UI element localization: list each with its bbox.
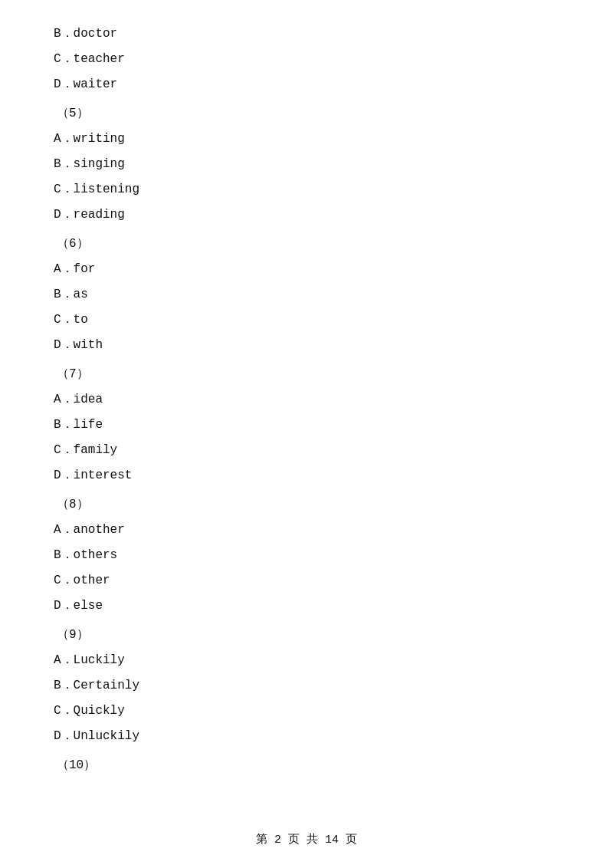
list-item: A．Luckily [54,649,559,672]
main-content: B．doctor C．teacher D．waiter （5） A．writin… [0,0,613,826]
list-item: B．others [54,544,559,567]
list-item: B．doctor [54,23,559,45]
group-10: （10） [54,755,559,777]
list-item: B．Certainly [54,675,559,697]
group-label-7: （7） [54,363,559,386]
group-label-5: （5） [54,103,559,125]
list-item: C．other [54,570,559,592]
list-item: C．to [54,309,559,331]
list-item: B．singing [54,153,559,176]
list-item: A．for [54,258,559,281]
list-item: D．else [54,595,559,617]
group-8: （8） A．another B．others C．other D．else [54,494,559,616]
list-item: C．teacher [54,48,559,71]
list-item: D．interest [54,465,559,487]
list-item: D．waiter [54,74,559,96]
group-label-6: （6） [54,233,559,255]
list-item: D．reading [54,204,559,226]
list-item: C．Quickly [54,700,559,722]
group-9: （9） A．Luckily B．Certainly C．Quickly D．Un… [54,624,559,747]
list-item: B．as [54,284,559,306]
list-item: A．idea [54,389,559,411]
list-item: A．writing [54,128,559,150]
list-item: C．listening [54,179,559,201]
list-item: B．life [54,414,559,436]
group-7: （7） A．idea B．life C．family D．interest [54,363,559,486]
group-label-8: （8） [54,494,559,516]
list-item: D．with [54,334,559,357]
group-5: （5） A．writing B．singing C．listening D．re… [54,103,559,225]
group-no-label: B．doctor C．teacher D．waiter [54,23,559,95]
group-label-10: （10） [54,755,559,777]
page-footer: 第 2 页 共 14 页 [0,832,613,847]
list-item: C．family [54,439,559,462]
list-item: A．another [54,519,559,541]
group-label-9: （9） [54,624,559,646]
list-item: D．Unluckily [54,725,559,748]
group-6: （6） A．for B．as C．to D．with [54,233,559,356]
